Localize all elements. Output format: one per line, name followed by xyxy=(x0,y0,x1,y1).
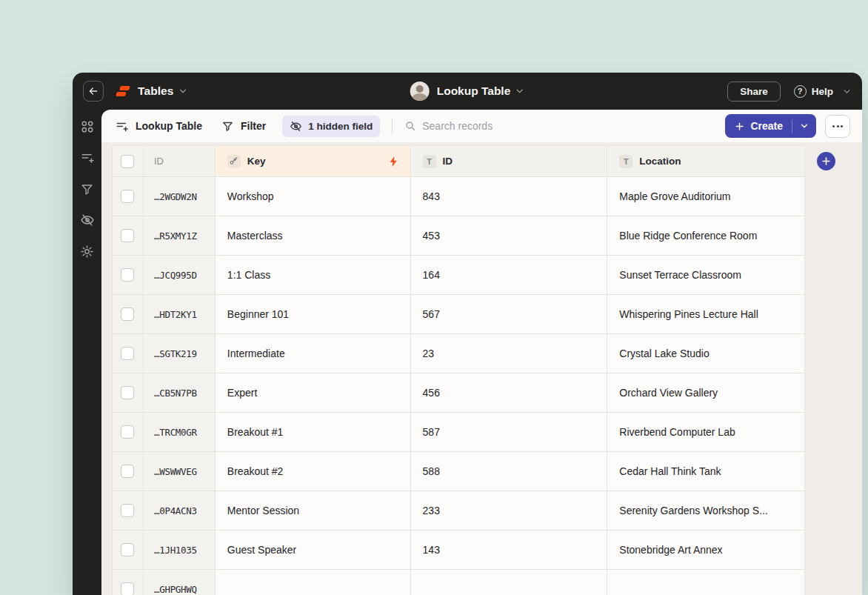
id-cell[interactable] xyxy=(411,570,608,595)
view-name: Lookup Table xyxy=(136,120,202,132)
create-split-button[interactable]: Create xyxy=(725,114,816,138)
key-cell[interactable]: Breakout #1 xyxy=(216,413,411,452)
record-id-cell[interactable]: …JCQ995D xyxy=(144,256,216,295)
table-title-group[interactable]: Lookup Table xyxy=(410,73,525,110)
apps-grid-icon[interactable] xyxy=(80,119,95,134)
row-checkbox[interactable] xyxy=(121,504,134,517)
id-cell[interactable]: 843 xyxy=(411,177,608,216)
row-checkbox[interactable] xyxy=(121,543,134,556)
create-dropdown-button[interactable] xyxy=(792,121,816,131)
row-select-cell[interactable] xyxy=(113,452,144,491)
record-id-cell[interactable]: …2WGDW2N xyxy=(144,177,216,216)
id-cell[interactable]: 588 xyxy=(411,452,608,491)
location-cell[interactable]: Sunset Terrace Classroom xyxy=(607,256,805,295)
row-select-cell[interactable] xyxy=(113,491,144,531)
id-cell[interactable]: 587 xyxy=(411,413,608,452)
chevron-down-icon[interactable] xyxy=(514,86,524,96)
chevron-down-icon[interactable] xyxy=(178,86,188,96)
tables-nav-label[interactable]: Tables xyxy=(138,84,174,98)
location-cell[interactable]: Orchard View Gallery xyxy=(607,373,805,413)
key-cell[interactable]: Beginner 101 xyxy=(216,295,411,334)
id-cell[interactable]: 23 xyxy=(411,334,608,373)
id-cell[interactable]: 453 xyxy=(411,216,608,256)
record-id-cell[interactable]: …WSWWVEG xyxy=(144,452,216,491)
row-checkbox[interactable] xyxy=(121,190,134,203)
location-cell[interactable]: Maple Grove Auditorium xyxy=(607,177,805,216)
record-id-cell[interactable]: …0P4ACN3 xyxy=(144,491,216,531)
location-cell[interactable]: Cedar Hall Think Tank xyxy=(607,452,805,491)
id-cell[interactable]: 233 xyxy=(411,491,608,531)
key-cell[interactable]: Expert xyxy=(216,373,411,413)
select-all-cell[interactable] xyxy=(113,146,144,177)
search-records[interactable] xyxy=(404,120,563,132)
key-cell[interactable] xyxy=(216,570,411,595)
id-cell[interactable]: 567 xyxy=(411,295,608,334)
teable-logo-icon[interactable] xyxy=(116,84,130,99)
id-cell[interactable]: 456 xyxy=(411,373,608,413)
key-cell[interactable]: Mentor Session xyxy=(216,491,411,531)
row-select-cell[interactable] xyxy=(113,256,144,295)
id-cell[interactable]: 164 xyxy=(411,256,608,295)
row-checkbox[interactable] xyxy=(121,425,134,439)
row-select-cell[interactable] xyxy=(113,334,144,373)
search-input[interactable] xyxy=(422,120,563,132)
record-id-cell[interactable]: …HDT2KY1 xyxy=(144,295,216,334)
location-cell[interactable]: Stonebridge Art Annex xyxy=(607,531,805,570)
location-value: Sunset Terrace Classroom xyxy=(619,269,741,281)
location-cell[interactable]: Whispering Pines Lecture Hall xyxy=(607,295,805,334)
row-checkbox[interactable] xyxy=(121,308,134,321)
location-cell[interactable]: Crystal Lake Studio xyxy=(607,334,805,373)
view-selector[interactable]: Lookup Table xyxy=(115,119,202,133)
record-id-cell[interactable]: …GHPGHWQ xyxy=(144,570,216,595)
key-cell[interactable]: Intermediate xyxy=(216,334,411,373)
id-column-header[interactable]: T ID xyxy=(411,146,608,177)
eye-off-icon[interactable] xyxy=(80,213,95,227)
record-id-cell[interactable]: …1JH1035 xyxy=(144,531,216,570)
row-select-cell[interactable] xyxy=(113,295,144,334)
create-button[interactable]: Create xyxy=(725,120,792,132)
row-checkbox[interactable] xyxy=(121,386,134,399)
row-checkbox[interactable] xyxy=(121,465,134,478)
key-cell[interactable]: 1:1 Class xyxy=(216,256,411,295)
settings-gear-icon[interactable] xyxy=(80,244,95,259)
record-id-value: …R5XMY1Z xyxy=(154,230,197,242)
more-options-button[interactable] xyxy=(825,115,850,138)
key-cell[interactable]: Masterclass xyxy=(216,216,411,256)
id-cell[interactable]: 143 xyxy=(411,531,608,570)
share-button[interactable]: Share xyxy=(727,82,781,102)
hidden-fields-button[interactable]: 1 hidden field xyxy=(282,116,380,137)
location-cell[interactable]: Riverbend Computer Lab xyxy=(607,413,805,452)
row-select-cell[interactable] xyxy=(113,373,144,413)
row-checkbox[interactable] xyxy=(121,268,134,282)
key-cell[interactable]: Guest Speaker xyxy=(216,531,411,570)
location-cell[interactable] xyxy=(607,570,805,595)
row-select-cell[interactable] xyxy=(113,177,144,216)
record-id-cell[interactable]: …TRCM0GR xyxy=(144,413,216,452)
key-column-header[interactable]: Key xyxy=(216,146,411,177)
key-cell[interactable]: Breakout #2 xyxy=(216,452,411,491)
filter-funnel-icon[interactable] xyxy=(80,182,95,196)
row-select-cell[interactable] xyxy=(113,216,144,256)
key-cell[interactable]: Workshop xyxy=(216,177,411,216)
location-value: Orchard View Gallery xyxy=(619,387,718,399)
row-checkbox[interactable] xyxy=(121,347,134,360)
list-plus-icon[interactable] xyxy=(80,150,95,165)
select-all-checkbox[interactable] xyxy=(121,155,134,168)
filter-button[interactable]: Filter xyxy=(221,120,266,133)
id-value: 588 xyxy=(423,465,440,477)
record-id-header[interactable]: ID xyxy=(144,146,216,177)
add-field-button[interactable] xyxy=(817,152,835,170)
row-checkbox[interactable] xyxy=(121,229,134,242)
help-menu[interactable]: ? Help xyxy=(794,85,852,98)
record-id-cell[interactable]: …CB5N7PB xyxy=(144,373,216,413)
record-id-cell[interactable]: …SGTK219 xyxy=(144,334,216,373)
row-select-cell[interactable] xyxy=(113,570,144,595)
back-button[interactable] xyxy=(83,81,104,102)
row-select-cell[interactable] xyxy=(113,413,144,452)
location-column-header[interactable]: T Location xyxy=(607,146,805,177)
record-id-cell[interactable]: …R5XMY1Z xyxy=(144,216,216,256)
row-select-cell[interactable] xyxy=(113,531,144,570)
location-cell[interactable]: Blue Ridge Conference Room xyxy=(607,216,805,256)
row-checkbox[interactable] xyxy=(121,582,134,595)
location-cell[interactable]: Serenity Gardens Workshop S... xyxy=(607,491,805,531)
